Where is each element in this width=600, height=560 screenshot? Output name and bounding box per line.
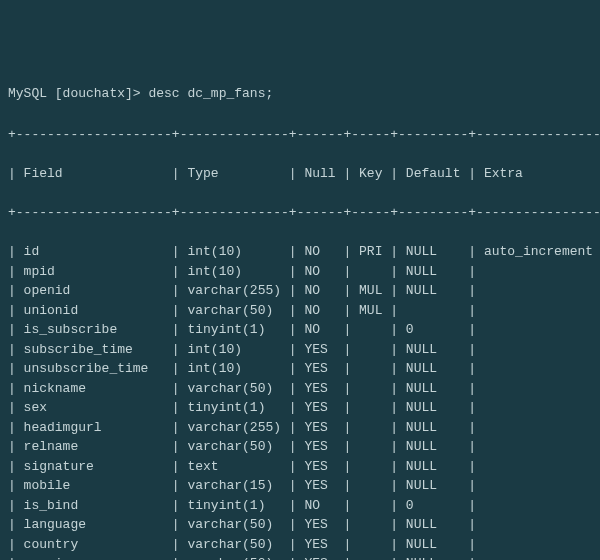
table-separator-mid: +--------------------+--------------+---… [8,203,592,223]
table-row: | country | varchar(50) | YES | | NULL |… [8,535,592,555]
table-row: | subscribe_time | int(10) | YES | | NUL… [8,340,592,360]
table-row: | mpid | int(10) | NO | | NULL | | [8,262,592,282]
table-row: | is_subscribe | tinyint(1) | NO | | 0 |… [8,320,592,340]
table-row: | language | varchar(50) | YES | | NULL … [8,515,592,535]
table-row: | unsubscribe_time | int(10) | YES | | N… [8,359,592,379]
table-row: | mobile | varchar(15) | YES | | NULL | … [8,476,592,496]
mysql-prompt: MySQL [douchatx]> desc dc_mp_fans; [8,84,592,104]
table-row: | unionid | varchar(50) | NO | MUL | | | [8,301,592,321]
table-row: | is_bind | tinyint(1) | NO | | 0 | | [8,496,592,516]
table-row: | province | varchar(50) | YES | | NULL … [8,554,592,560]
table-row: | headimgurl | varchar(255) | YES | | NU… [8,418,592,438]
table-row: | id | int(10) | NO | PRI | NULL | auto_… [8,242,592,262]
table-row: | signature | text | YES | | NULL | | [8,457,592,477]
table-row: | openid | varchar(255) | NO | MUL | NUL… [8,281,592,301]
table-row: | sex | tinyint(1) | YES | | NULL | | [8,398,592,418]
table-header-row: | Field | Type | Null | Key | Default | … [8,164,592,184]
table-separator-top: +--------------------+--------------+---… [8,125,592,145]
table-row: | nickname | varchar(50) | YES | | NULL … [8,379,592,399]
table-body: | id | int(10) | NO | PRI | NULL | auto_… [8,242,592,560]
table-row: | relname | varchar(50) | YES | | NULL |… [8,437,592,457]
